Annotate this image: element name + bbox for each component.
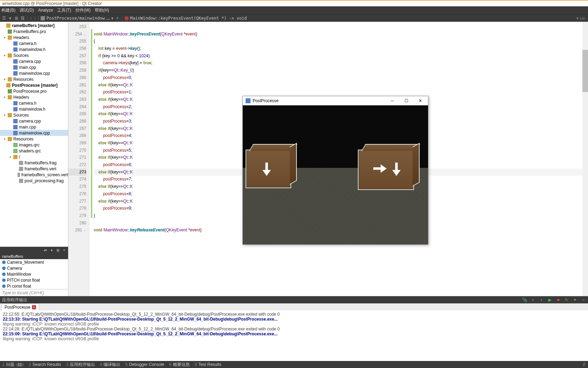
tree-item[interactable]: ▾/: [0, 154, 68, 160]
tree-item[interactable]: ▾Resources: [0, 136, 68, 142]
tree-item-label: Resources: [13, 137, 33, 142]
minimize-button[interactable]: ─: [385, 96, 399, 105]
nav-back-icon[interactable]: ‹: [30, 16, 32, 21]
tree-item[interactable]: PostProcesse.pro: [0, 88, 68, 94]
tree-item[interactable]: post_processing.frag: [0, 178, 68, 184]
close-tab-icon[interactable]: ×: [32, 305, 36, 309]
minus-icon[interactable]: −: [581, 297, 586, 302]
tree-item[interactable]: images.qrc: [0, 142, 68, 148]
project-filter-icon[interactable]: ☰: [1, 16, 6, 21]
code-editor: 253254⌄255256257258259260261262263264265…: [68, 22, 588, 296]
app-titlebar[interactable]: PostProcesse ─ ☐ ✕: [243, 96, 428, 105]
rerun-icon[interactable]: ↻: [564, 297, 569, 302]
scrollbar-thumb[interactable]: [582, 50, 588, 92]
breadcrumb-symbol[interactable]: MainWindow::keyPressEvent(QKeyEvent *) -…: [130, 16, 247, 21]
status-item[interactable]: 4 编译输出: [100, 362, 121, 368]
tree-item[interactable]: mainwindow.cpp: [0, 130, 68, 136]
tree-item[interactable]: camera.cpp: [0, 58, 68, 64]
next-icon[interactable]: ›: [539, 297, 544, 302]
output-body[interactable]: 22:12:55: E:/QTLab/QtWithOpenGL/18/build…: [0, 310, 588, 361]
tree-item[interactable]: ▾Headers: [0, 94, 68, 100]
tree-item[interactable]: main.cpp: [0, 64, 68, 70]
code-area[interactable]: 253254⌄255256257258259260261262263264265…: [68, 22, 588, 296]
tree-item[interactable]: camera.h: [0, 100, 68, 106]
outline-item[interactable]: Pi const float: [0, 283, 68, 289]
outline-item[interactable]: MainWindow: [0, 271, 68, 277]
file-icon: [41, 16, 45, 20]
filter-icon[interactable]: ▾: [49, 248, 54, 252]
tree-item[interactable]: mainwindow.cpp: [0, 70, 68, 76]
link-icon[interactable]: ⛓: [20, 16, 25, 21]
output-pane: 应用程序输出 📎 ‹ › ▶ ■ ↻ + − PostProcesse × 22…: [0, 296, 588, 361]
close-tab-icon[interactable]: ×: [115, 16, 120, 21]
tree-item[interactable]: rameBuffers [master]: [0, 22, 68, 28]
tree-item[interactable]: FrameBuffers.pro: [0, 28, 68, 34]
status-item[interactable]: 3 应用程序输出: [66, 362, 95, 368]
attach-icon[interactable]: 📎: [522, 297, 527, 302]
breadcrumb-path[interactable]: PostProcesse/mainwindow.…: [46, 16, 110, 21]
tree-item-label: framebuffers.vert: [25, 166, 56, 171]
outline-item[interactable]: Camera: [0, 265, 68, 271]
tree-item[interactable]: ▾Resources: [0, 76, 68, 82]
add-icon[interactable]: ⊞: [14, 16, 19, 21]
project-tree[interactable]: rameBuffers [master]FrameBuffers.pro▾Hea…: [0, 22, 68, 247]
menu-help[interactable]: 帮助(H): [95, 7, 109, 13]
stop-icon[interactable]: ■: [556, 297, 561, 302]
tree-item-label: shaders.qrc: [19, 149, 41, 153]
close-panel-icon[interactable]: ×: [62, 248, 67, 252]
tree-item-label: PostProcesse [master]: [12, 83, 58, 88]
menu-analyze[interactable]: Analyze: [38, 8, 53, 13]
filter-icon[interactable]: ▾: [8, 16, 13, 21]
status-item[interactable]: 6 概要信息: [169, 362, 190, 368]
nav-fwd-icon[interactable]: ›: [34, 16, 36, 21]
maximize-button[interactable]: ☐: [399, 96, 413, 105]
tree-item[interactable]: camera.cpp: [0, 118, 68, 124]
split-icon[interactable]: ⊞: [55, 248, 60, 252]
run-icon[interactable]: ▶: [547, 297, 552, 302]
tree-item[interactable]: ▾Sources: [0, 112, 68, 118]
tree-item[interactable]: mainwindow.h: [0, 106, 68, 112]
output-tab-postprocesse[interactable]: PostProcesse ×: [1, 304, 39, 310]
menu-widgets[interactable]: 控件(W): [75, 7, 91, 13]
line-col-label: Lin: [580, 16, 587, 20]
tree-item[interactable]: ▾Sources: [0, 52, 68, 58]
outline-item[interactable]: PITCH const float: [0, 277, 68, 283]
status-item[interactable]: 1 问题11: [2, 362, 24, 368]
prev-icon[interactable]: ‹: [530, 297, 535, 302]
status-arrows-icon[interactable]: ⇵: [582, 362, 586, 367]
output-header: 应用程序输出 📎 ‹ › ▶ ■ ↻ + −: [0, 296, 588, 303]
line-gutter[interactable]: 253254⌄255256257258259260261262263264265…: [68, 22, 89, 296]
menu-debug[interactable]: 调试(D): [20, 7, 34, 13]
sync-icon[interactable]: ⇄: [43, 248, 48, 252]
status-item[interactable]: 8 Test Results: [195, 362, 221, 368]
tree-item-label: camera.h: [19, 41, 36, 46]
symbol-icon: [2, 267, 6, 270]
cpp-icon: [13, 119, 18, 123]
running-app-window[interactable]: PostProcesse ─ ☐ ✕: [242, 96, 428, 245]
status-item[interactable]: 2 Search Results: [29, 362, 61, 368]
opengl-viewport[interactable]: [243, 105, 428, 244]
menu-build[interactable]: 构建(B): [1, 7, 15, 13]
plus-icon[interactable]: +: [573, 297, 577, 302]
menu-tools[interactable]: 工具(T): [57, 7, 71, 13]
tree-item[interactable]: framebuffers.vert: [0, 166, 68, 172]
tree-item[interactable]: framebuffers_screen.vert: [0, 172, 68, 178]
outline-item[interactable]: Camera_Movement: [0, 259, 68, 265]
tree-item[interactable]: ▾Headers: [0, 34, 68, 40]
tree-item[interactable]: main.cpp: [0, 124, 68, 130]
tree-item[interactable]: framebuffers.frag: [0, 160, 68, 166]
tree-item[interactable]: camera.h: [0, 40, 68, 46]
status-item[interactable]: 5 Debugger Console: [125, 362, 164, 368]
tree-item-label: framebuffers_screen.vert: [21, 172, 68, 177]
tree-item[interactable]: PostProcesse [master]: [0, 82, 68, 88]
tree-item[interactable]: shaders.qrc: [0, 148, 68, 154]
locator-input[interactable]: Type to locate (Ctrl+K): [0, 289, 68, 296]
file-icon: [18, 173, 20, 177]
vertical-scrollbar[interactable]: [582, 22, 588, 296]
tree-item-label: main.cpp: [19, 125, 36, 130]
window-titlebar: ainwindow.cpp @ PostProcesse [master] - …: [0, 0, 588, 6]
breadcrumb-dropdown-icon[interactable]: ▾: [576, 16, 579, 21]
output-tab-label: PostProcesse: [5, 305, 31, 310]
close-button[interactable]: ✕: [413, 96, 427, 105]
tree-item[interactable]: mainwindow.h: [0, 46, 68, 52]
